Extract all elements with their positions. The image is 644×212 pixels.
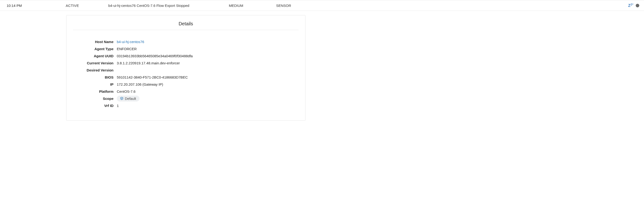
label-host-name: Host Name: [73, 40, 117, 44]
snooze-icon[interactable]: ZZZ: [628, 3, 633, 8]
field-scope: Scope Default: [73, 95, 298, 102]
field-ip: IP 172.20.207.106 (Gateway IP): [73, 81, 298, 88]
label-platform: Platform: [73, 89, 117, 93]
cube-icon: [120, 97, 124, 100]
alert-time: 10:14 PM: [6, 4, 66, 8]
alert-row[interactable]: 10:14 PM ACTIVE b4-ui-hj-centos76 CentOS…: [0, 0, 644, 11]
field-bios: BIOS 59101142-3840-F571-2BC0-4186683D7BE…: [73, 74, 298, 81]
label-current-version: Current Version: [73, 61, 117, 65]
value-scope: Default: [117, 96, 140, 102]
label-scope: Scope: [73, 97, 117, 101]
field-desired-version: Desired Version: [73, 67, 298, 74]
value-agent-type: ENFORCER: [117, 47, 137, 51]
divider: [73, 30, 298, 30]
scope-chip[interactable]: Default: [117, 96, 140, 102]
label-desired-version: Desired Version: [73, 68, 117, 72]
value-platform: CentOS-7.6: [117, 89, 136, 93]
field-agent-uuid: Agent UUID 03194b13933bb56465085e34a0469…: [73, 52, 298, 59]
value-ip: 172.20.207.106 (Gateway IP): [117, 82, 163, 86]
details-container: Details Host Name b4-ui-hj-centos76 Agen…: [0, 11, 644, 121]
alert-actions: ZZZ: [628, 3, 639, 8]
label-vrf-id: Vrf ID: [73, 104, 117, 108]
alert-status: ACTIVE: [66, 4, 108, 8]
value-host-name[interactable]: b4-ui-hj-centos76: [117, 40, 144, 44]
value-current-version: 3.8.1.2.220919.17.48.main.dev-enforcer: [117, 61, 180, 65]
label-agent-type: Agent Type: [73, 47, 117, 51]
alert-type: SENSOR: [276, 4, 338, 8]
label-bios: BIOS: [73, 75, 117, 79]
alert-description: b4-ui-hj-centos76 CentOS-7.6 Flow Export…: [108, 4, 229, 8]
field-current-version: Current Version 3.8.1.2.220919.17.48.mai…: [73, 59, 298, 67]
details-list: Host Name b4-ui-hj-centos76 Agent Type E…: [73, 38, 298, 109]
value-vrf-id: 1: [117, 104, 119, 108]
label-ip: IP: [73, 82, 117, 86]
field-platform: Platform CentOS-7.6: [73, 88, 298, 95]
value-bios: 59101142-3840-F571-2BC0-4186683D7BEC: [117, 75, 188, 79]
status-dot-icon[interactable]: [636, 4, 639, 7]
details-panel: Details Host Name b4-ui-hj-centos76 Agen…: [66, 15, 306, 121]
alert-severity: MEDIUM: [229, 4, 276, 8]
field-host-name: Host Name b4-ui-hj-centos76: [73, 38, 298, 45]
value-agent-uuid: 03194b13933bb56465085e34a0469f0f30488dfa: [117, 54, 193, 58]
field-vrf-id: Vrf ID 1: [73, 102, 298, 109]
details-title: Details: [73, 20, 298, 30]
field-agent-type: Agent Type ENFORCER: [73, 45, 298, 52]
label-agent-uuid: Agent UUID: [73, 54, 117, 58]
scope-chip-label: Default: [125, 97, 136, 101]
